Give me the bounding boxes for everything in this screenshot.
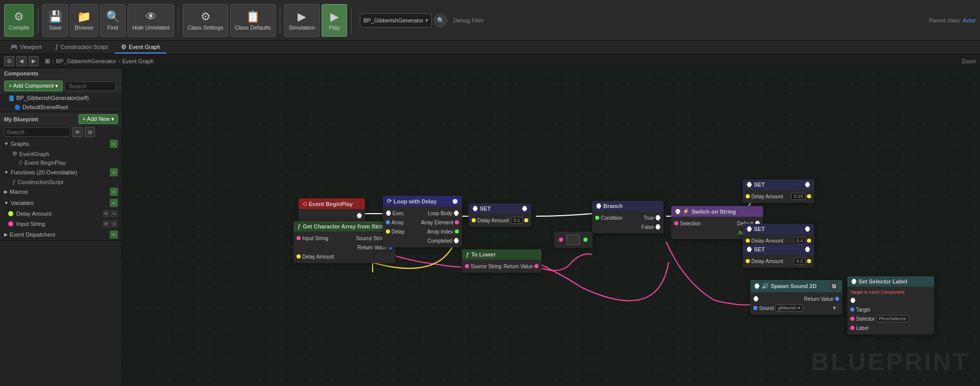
node-branch[interactable]: Branch Condition True False <box>592 201 664 234</box>
class-defaults-button[interactable]: 📋 Class Defaults <box>230 4 276 37</box>
functions-add-button[interactable]: + <box>110 168 118 176</box>
exec-in-pin[interactable] <box>386 211 391 216</box>
tree-item-self[interactable]: 📘 BP_GibberishGenerator(self) <box>0 93 122 102</box>
node-to-lower[interactable]: ƒ To Lower Source String Return Value <box>462 249 542 273</box>
browse-button[interactable]: 📁 Browse <box>70 4 98 37</box>
play-button[interactable]: ▶ Play <box>322 4 347 37</box>
set1-exec-in[interactable] <box>473 206 478 211</box>
node-set1[interactable]: SET Delay Amount 0.1 <box>469 203 531 227</box>
debug-search-button[interactable]: 🔍 <box>434 14 447 27</box>
breadcrumb-back-button[interactable]: ◀ <box>16 56 27 66</box>
set-sel-selector-value[interactable]: PhonSelector <box>876 315 909 322</box>
functions-section-row[interactable]: ▼ Functions (20 Overridable) + <box>0 167 122 178</box>
branch-exec-in[interactable] <box>596 203 601 209</box>
node-set-selector-label[interactable]: Set Selector Label Target is Atom Compon… <box>847 276 934 334</box>
breadcrumb-item-event-graph[interactable]: Event Graph <box>122 58 154 64</box>
branch-true-pin[interactable] <box>655 215 660 220</box>
set1-out-pin[interactable] <box>524 218 528 222</box>
tree-item-default-scene-root[interactable]: 🔵 DefaultSceneRoot <box>0 102 122 112</box>
construction-script-item[interactable]: ƒ ConstructionScript <box>0 178 122 186</box>
set-sel-exec-in[interactable] <box>851 279 856 284</box>
hide-unrelated-button[interactable]: 👁 Hide Unrelated <box>128 4 174 37</box>
compare-in1[interactable] <box>559 238 563 242</box>
to-lower-return-pin[interactable] <box>534 264 538 268</box>
event-dispatchers-section-row[interactable]: ▶ Event Dispatchers + <box>0 229 122 240</box>
set3-value[interactable]: 0.4 <box>794 237 805 244</box>
find-button[interactable]: 🔍 Find <box>100 4 126 37</box>
delay-amount-pin-in[interactable] <box>297 254 301 259</box>
variables-add-button[interactable]: + <box>110 199 118 207</box>
array-pin[interactable] <box>386 220 390 224</box>
simulation-button[interactable]: ▶ Simulation <box>284 4 320 37</box>
breadcrumb-item-blueprint[interactable]: BP_GibberishGenerator <box>56 58 116 64</box>
spawn-return-pin[interactable] <box>835 297 839 301</box>
add-new-button[interactable]: + Add New ▾ <box>79 114 118 124</box>
set4-value[interactable]: 0.2 <box>794 258 805 265</box>
settings-button[interactable]: ⚙ <box>85 127 95 137</box>
class-settings-button[interactable]: ⚙ Class Settings <box>183 4 228 37</box>
macros-add-button[interactable]: + <box>110 188 118 196</box>
switch-selection-pin[interactable] <box>674 221 678 225</box>
completed-pin[interactable] <box>454 238 459 243</box>
set-sel-target-pin[interactable] <box>850 307 854 312</box>
add-component-button[interactable]: + Add Component ▾ <box>4 81 63 91</box>
set-sel-exec2-in[interactable] <box>850 298 855 303</box>
set-sel-label-pin[interactable] <box>850 326 854 330</box>
switch-exec-in[interactable] <box>675 209 680 214</box>
to-lower-source-pin[interactable] <box>465 264 469 268</box>
tab-event-graph[interactable]: ⚙ Event Graph <box>115 41 166 54</box>
branch-condition-pin[interactable] <box>595 216 599 220</box>
spawn-copy-btn[interactable]: ⧉ <box>830 282 838 290</box>
view-toggle-button[interactable]: 👁 <box>72 127 83 137</box>
breadcrumb-home-button[interactable]: ⊞ <box>4 56 14 66</box>
node-spawn-sound-2d[interactable]: 🔊 Spawn Sound 2D ⧉ Return Value <box>750 280 842 315</box>
components-search-input[interactable] <box>65 82 116 91</box>
parent-class-link[interactable]: Actor <box>963 17 976 23</box>
node-branch-compare[interactable] <box>554 231 593 248</box>
compare-out[interactable] <box>583 238 587 242</box>
node-get-char-array[interactable]: ƒ Get Character Array from String Input … <box>293 221 396 263</box>
branch-false-pin[interactable] <box>655 224 660 229</box>
tab-viewport[interactable]: 🎮 Viewport <box>4 41 48 54</box>
variables-section-row[interactable]: ▼ Variables + <box>0 197 122 209</box>
set2-value[interactable]: 0.15 <box>791 193 805 200</box>
breadcrumb-forward-button[interactable]: ▶ <box>29 56 39 66</box>
event-dispatchers-add-button[interactable]: + <box>110 230 118 239</box>
spawn-exec-in[interactable] <box>754 284 760 289</box>
spawn-sound-value[interactable]: gibberish ▾ <box>775 304 803 312</box>
event-graph-item[interactable]: ⚙ EventGraph <box>0 149 122 158</box>
input-string-eye-button[interactable]: 👁 <box>103 220 110 227</box>
set3-delay-pin[interactable] <box>746 239 750 243</box>
set1-value[interactable]: 0.1 <box>511 217 523 224</box>
graphs-section-row[interactable]: ▼ Graphs + <box>0 138 122 149</box>
set3-out-pin[interactable] <box>807 239 811 243</box>
set3-exec-in[interactable] <box>747 226 752 231</box>
spawn-dropdown[interactable]: ▾ <box>833 305 839 311</box>
variable-delay-amount[interactable]: Delay Amount 👁 ✏ <box>0 209 122 219</box>
set4-delay-pin[interactable] <box>746 259 750 263</box>
set4-exec-out[interactable] <box>805 247 810 252</box>
delay-pin[interactable] <box>386 229 390 234</box>
delay-amount-eye-button[interactable]: 👁 <box>103 210 110 217</box>
blueprint-search-input[interactable] <box>4 127 70 137</box>
blueprint-canvas[interactable]: ◇ Event BeginPlay ƒ Get Character Array … <box>122 68 980 386</box>
array-index-pin[interactable] <box>455 229 459 234</box>
set4-out-pin[interactable] <box>807 259 811 263</box>
spawn-sound-pin[interactable] <box>753 306 757 310</box>
delay-amount-edit-button[interactable]: ✏ <box>111 210 118 217</box>
set-sel-selector-pin[interactable] <box>850 317 854 321</box>
set2-exec-out[interactable] <box>805 182 810 187</box>
set3-exec-out[interactable] <box>805 226 810 231</box>
array-element-pin[interactable] <box>455 220 459 224</box>
node-event-begin-play[interactable]: ◇ Event BeginPlay <box>299 198 365 222</box>
set4-exec-in[interactable] <box>747 247 752 252</box>
save-button[interactable]: 💾 Save <box>42 4 68 37</box>
node-loop-with-delay[interactable]: ⟳ Loop with Delay 🕐 Exec Loop Body <box>383 196 462 247</box>
tab-construction-script[interactable]: ƒ Construction Script <box>49 41 114 54</box>
set1-delay-in[interactable] <box>472 218 476 222</box>
variable-input-string[interactable]: Input String 👁 ✏ <box>0 219 122 229</box>
set2-out-pin[interactable] <box>807 194 811 198</box>
node-set2[interactable]: SET Delay Amount 0.15 <box>743 179 814 203</box>
set2-delay-pin[interactable] <box>746 194 750 198</box>
input-string-edit-button[interactable]: ✏ <box>111 220 118 227</box>
